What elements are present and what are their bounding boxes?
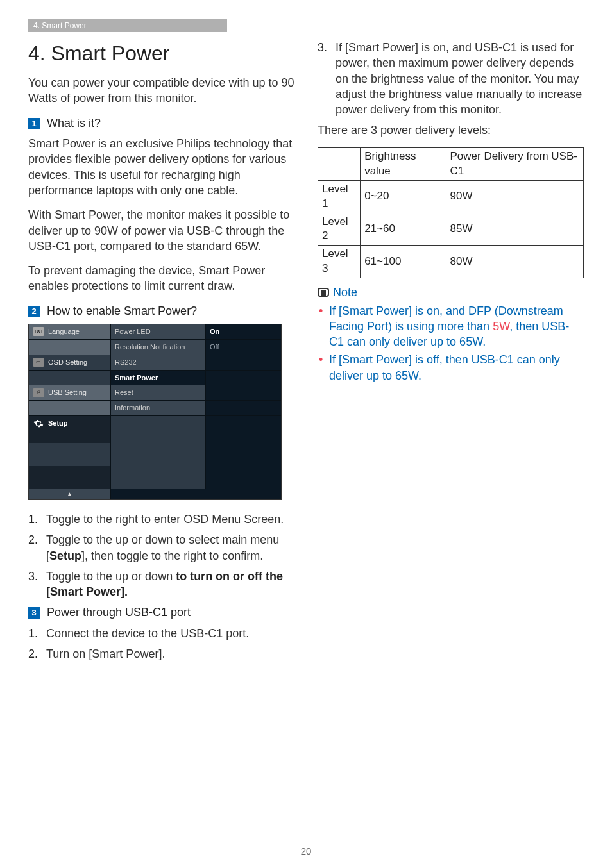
osd-menu-osd-setting: ▭ OSD Setting <box>29 355 111 370</box>
step-number: 3. <box>318 40 336 117</box>
table-cell: 85W <box>446 213 583 246</box>
step-text: Toggle to the right to enter OSD Menu Sc… <box>46 512 284 527</box>
step-text: Toggle to the up or down to turn on or o… <box>46 569 294 600</box>
s1-p1: Smart Power is an exclusive Philips tech… <box>28 136 294 198</box>
note-icon <box>318 288 329 297</box>
osd-menu-label: Language <box>48 327 80 337</box>
table-cell: Level 3 <box>318 246 361 278</box>
osd-arrow-up: ▲ <box>29 489 111 499</box>
osd-value-empty <box>206 416 281 431</box>
power-delivery-table: Brightness value Power Delivery from USB… <box>318 147 584 279</box>
s1-p2: With Smart Power, the monitor makes it p… <box>28 207 294 254</box>
osd-value-empty <box>206 355 281 370</box>
section-header-tab: 4. Smart Power <box>28 19 227 32</box>
s2-step-2: 2. Toggle to the up or down to select ma… <box>28 532 294 563</box>
table-cell: Level 2 <box>318 213 361 246</box>
table-cell: 0~20 <box>361 180 446 213</box>
text-icon: TXT <box>33 327 44 336</box>
s2-step-1: 1. Toggle to the right to enter OSD Menu… <box>28 512 294 527</box>
note-label: Note <box>333 285 357 300</box>
subsection-3-head: 3 Power through USB-C1 port <box>28 605 294 620</box>
osd-value-empty <box>206 371 281 385</box>
step-number: 1. <box>28 626 46 641</box>
table-cell: Brightness value <box>361 147 446 180</box>
step-text: Toggle to the up or down to select main … <box>46 532 294 563</box>
osd-menu-language-cont <box>29 340 111 355</box>
gear-icon <box>33 419 44 428</box>
subsection-2-head: 2 How to enable Smart Power? <box>28 303 294 319</box>
osd-value-empty <box>206 385 281 400</box>
note-heading: Note <box>318 285 584 300</box>
osd-menu-label: USB Setting <box>48 388 87 397</box>
table-row: Level 1 0~20 90W <box>318 180 584 213</box>
s3-step-1: 1. Connect the device to the USB-C1 port… <box>28 626 294 641</box>
osd-item-rs232: RS232 <box>111 355 206 370</box>
numbox-2: 2 <box>28 306 40 317</box>
s2-step-3: 3. Toggle to the up or down to turn on o… <box>28 569 294 600</box>
osd-menu-screenshot: TXT Language Power LED On Resolution Not… <box>28 324 282 500</box>
osd-menu-label: Setup <box>48 419 68 428</box>
subsection-1-title: What is it? <box>47 117 101 129</box>
osd-item-information: Information <box>111 401 206 415</box>
s3-step-3: 3. If [Smart Power] is on, and USB-C1 is… <box>318 40 584 117</box>
osd-value-empty <box>206 401 281 415</box>
intro-paragraph: You can power your compatible device wit… <box>28 75 294 106</box>
note-list: If [Smart Power] is on, and DFP (Downstr… <box>318 303 584 383</box>
osd-item-power-led: Power LED <box>111 324 206 339</box>
table-cell: 80W <box>446 246 583 278</box>
step-text: Connect the device to the USB-C1 port. <box>46 626 249 641</box>
osd-item-reset: Reset <box>111 385 206 400</box>
table-row: Brightness value Power Delivery from USB… <box>318 147 584 180</box>
subsection-1-head: 1 What is it? <box>28 115 294 131</box>
page-title: 4. Smart Power <box>28 40 294 67</box>
table-cell <box>318 147 361 180</box>
osd-item-empty <box>111 416 206 431</box>
osd-menu-osd-setting-cont <box>29 371 111 385</box>
table-cell: 90W <box>446 180 583 213</box>
table-cell: 21~60 <box>361 213 446 246</box>
note-item: If [Smart Power] is on, and DFP (Downstr… <box>329 303 584 350</box>
left-column: 4. Smart Power You can power your compat… <box>28 37 294 667</box>
osd-menu-setup: Setup <box>29 416 111 431</box>
numbox-1: 1 <box>28 118 40 129</box>
osd-menu-language: TXT Language <box>29 324 111 339</box>
step-number: 2. <box>28 646 46 662</box>
pd-intro: There are 3 power delivery levels: <box>318 122 584 138</box>
step-number: 1. <box>28 512 46 527</box>
osd-item-smart-power: Smart Power <box>111 371 206 385</box>
numbox-3: 3 <box>28 607 40 619</box>
s1-p3: To prevent damaging the device, Smart Po… <box>28 263 294 294</box>
table-row: Level 3 61~100 80W <box>318 246 584 278</box>
page-number: 20 <box>0 845 612 858</box>
osd-menu-label: OSD Setting <box>48 358 87 367</box>
step-number: 2. <box>28 532 46 563</box>
usb-icon: ⎙ <box>33 388 44 397</box>
step-number: 3. <box>28 569 46 600</box>
table-cell: 61~100 <box>361 246 446 278</box>
s3-step-2: 2. Turn on [Smart Power]. <box>28 646 294 662</box>
note-item: If [Smart Power] is off, then USB-C1 can… <box>329 352 584 383</box>
table-row: Level 2 21~60 85W <box>318 213 584 246</box>
step-text: If [Smart Power] is on, and USB-C1 is us… <box>336 40 584 117</box>
osd-item-res-notif: Resolution Notification <box>111 340 206 355</box>
osd-value-off: Off <box>206 340 281 355</box>
subsection-3-title: Power through USB-C1 port <box>47 606 191 619</box>
osd-menu-usb-setting-cont <box>29 401 111 415</box>
subsection-2-title: How to enable Smart Power? <box>47 305 197 317</box>
table-cell: Level 1 <box>318 180 361 213</box>
table-cell: Power Delivery from USB-C1 <box>446 147 583 180</box>
right-column: 3. If [Smart Power] is on, and USB-C1 is… <box>318 37 584 667</box>
step-text: Turn on [Smart Power]. <box>46 646 165 662</box>
osd-icon: ▭ <box>33 358 44 367</box>
osd-value-on: On <box>206 324 281 339</box>
osd-menu-usb-setting: ⎙ USB Setting <box>29 385 111 400</box>
